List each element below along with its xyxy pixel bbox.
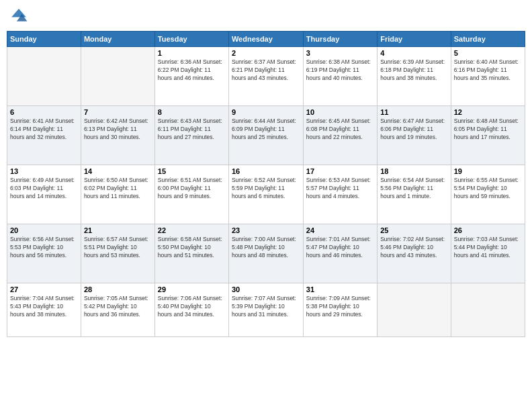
day-info: Sunrise: 6:36 AM Sunset: 6:22 PM Dayligh… [158,58,226,83]
day-number: 6 [10,108,78,116]
day-number: 12 [454,108,522,116]
day-info: Sunrise: 6:55 AM Sunset: 5:54 PM Dayligh… [454,177,522,201]
calendar-cell: 13Sunrise: 6:49 AM Sunset: 6:03 PM Dayli… [7,165,81,224]
header [7,7,525,26]
calendar-week-row: 6Sunrise: 6:41 AM Sunset: 6:14 PM Daylig… [7,106,525,165]
day-info: Sunrise: 6:49 AM Sunset: 6:03 PM Dayligh… [10,177,78,201]
logo [9,7,31,26]
calendar-cell: 22Sunrise: 6:58 AM Sunset: 5:50 PM Dayli… [154,224,228,283]
day-number: 15 [158,167,226,175]
day-info: Sunrise: 7:00 AM Sunset: 5:48 PM Dayligh… [232,236,300,260]
day-number: 30 [232,285,300,293]
day-number: 26 [454,226,522,234]
calendar-header-row: SundayMondayTuesdayWednesdayThursdayFrid… [7,32,525,47]
day-info: Sunrise: 6:38 AM Sunset: 6:19 PM Dayligh… [306,58,374,83]
day-number: 5 [454,49,522,57]
calendar-cell: 25Sunrise: 7:02 AM Sunset: 5:46 PM Dayli… [378,224,451,283]
day-info: Sunrise: 7:05 AM Sunset: 5:42 PM Dayligh… [84,295,152,319]
calendar-cell: 16Sunrise: 6:52 AM Sunset: 5:59 PM Dayli… [228,165,303,224]
calendar-week-row: 27Sunrise: 7:04 AM Sunset: 5:43 PM Dayli… [7,283,525,337]
day-info: Sunrise: 7:09 AM Sunset: 5:38 PM Dayligh… [306,295,374,319]
day-number: 4 [380,49,448,57]
day-number: 20 [10,226,78,234]
day-number: 1 [158,49,226,57]
day-number: 24 [306,226,374,234]
day-number: 29 [158,285,226,293]
day-info: Sunrise: 6:44 AM Sunset: 6:09 PM Dayligh… [232,118,300,142]
calendar-week-row: 1Sunrise: 6:36 AM Sunset: 6:22 PM Daylig… [7,47,525,106]
day-info: Sunrise: 6:58 AM Sunset: 5:50 PM Dayligh… [158,236,226,260]
day-info: Sunrise: 7:06 AM Sunset: 5:40 PM Dayligh… [158,295,226,319]
logo-icon [9,7,28,26]
day-header: Wednesday [228,32,303,47]
calendar-cell: 14Sunrise: 6:50 AM Sunset: 6:02 PM Dayli… [81,165,154,224]
calendar-cell: 1Sunrise: 6:36 AM Sunset: 6:22 PM Daylig… [154,47,228,106]
day-number: 22 [158,226,226,234]
svg-marker-1 [11,9,26,17]
calendar-cell: 27Sunrise: 7:04 AM Sunset: 5:43 PM Dayli… [7,283,81,337]
calendar-cell: 11Sunrise: 6:47 AM Sunset: 6:06 PM Dayli… [378,106,451,165]
calendar-cell: 28Sunrise: 7:05 AM Sunset: 5:42 PM Dayli… [81,283,154,337]
day-info: Sunrise: 6:51 AM Sunset: 6:00 PM Dayligh… [158,177,226,201]
calendar: SundayMondayTuesdayWednesdayThursdayFrid… [7,31,525,337]
calendar-cell: 30Sunrise: 7:07 AM Sunset: 5:39 PM Dayli… [228,283,303,337]
calendar-cell: 26Sunrise: 7:03 AM Sunset: 5:44 PM Dayli… [451,224,525,283]
calendar-cell [7,47,81,106]
calendar-cell: 6Sunrise: 6:41 AM Sunset: 6:14 PM Daylig… [7,106,81,165]
calendar-cell: 8Sunrise: 6:43 AM Sunset: 6:11 PM Daylig… [154,106,228,165]
calendar-cell: 12Sunrise: 6:48 AM Sunset: 6:05 PM Dayli… [451,106,525,165]
calendar-cell: 4Sunrise: 6:39 AM Sunset: 6:18 PM Daylig… [378,47,451,106]
day-info: Sunrise: 6:45 AM Sunset: 6:08 PM Dayligh… [306,118,374,142]
calendar-cell: 18Sunrise: 6:54 AM Sunset: 5:56 PM Dayli… [378,165,451,224]
day-info: Sunrise: 6:47 AM Sunset: 6:06 PM Dayligh… [380,118,448,142]
day-header: Thursday [303,32,377,47]
calendar-cell: 23Sunrise: 7:00 AM Sunset: 5:48 PM Dayli… [228,224,303,283]
day-number: 18 [380,167,448,175]
calendar-cell [378,283,451,337]
day-number: 11 [380,108,448,116]
day-info: Sunrise: 7:03 AM Sunset: 5:44 PM Dayligh… [454,236,522,260]
day-number: 10 [306,108,374,116]
day-number: 27 [10,285,78,293]
calendar-cell [81,47,154,106]
day-header: Saturday [451,32,525,47]
day-info: Sunrise: 6:43 AM Sunset: 6:11 PM Dayligh… [158,118,226,142]
day-info: Sunrise: 6:39 AM Sunset: 6:18 PM Dayligh… [380,58,448,83]
day-info: Sunrise: 6:37 AM Sunset: 6:21 PM Dayligh… [232,58,300,83]
day-info: Sunrise: 6:42 AM Sunset: 6:13 PM Dayligh… [84,118,152,142]
day-info: Sunrise: 6:57 AM Sunset: 5:51 PM Dayligh… [84,236,152,260]
calendar-cell: 21Sunrise: 6:57 AM Sunset: 5:51 PM Dayli… [81,224,154,283]
calendar-cell: 29Sunrise: 7:06 AM Sunset: 5:40 PM Dayli… [154,283,228,337]
calendar-cell: 20Sunrise: 6:56 AM Sunset: 5:53 PM Dayli… [7,224,81,283]
day-info: Sunrise: 7:01 AM Sunset: 5:47 PM Dayligh… [306,236,374,260]
day-number: 2 [232,49,300,57]
calendar-cell: 5Sunrise: 6:40 AM Sunset: 6:16 PM Daylig… [451,47,525,106]
day-info: Sunrise: 6:53 AM Sunset: 5:57 PM Dayligh… [306,177,374,201]
day-number: 19 [454,167,522,175]
day-info: Sunrise: 6:54 AM Sunset: 5:56 PM Dayligh… [380,177,448,201]
day-header: Tuesday [154,32,228,47]
calendar-cell: 31Sunrise: 7:09 AM Sunset: 5:38 PM Dayli… [303,283,377,337]
page: SundayMondayTuesdayWednesdayThursdayFrid… [0,0,532,411]
day-header: Friday [378,32,451,47]
day-number: 23 [232,226,300,234]
day-info: Sunrise: 6:40 AM Sunset: 6:16 PM Dayligh… [454,58,522,83]
day-header: Monday [81,32,154,47]
day-info: Sunrise: 6:56 AM Sunset: 5:53 PM Dayligh… [10,236,78,260]
calendar-cell: 2Sunrise: 6:37 AM Sunset: 6:21 PM Daylig… [228,47,303,106]
day-info: Sunrise: 7:07 AM Sunset: 5:39 PM Dayligh… [232,295,300,319]
calendar-week-row: 13Sunrise: 6:49 AM Sunset: 6:03 PM Dayli… [7,165,525,224]
day-number: 3 [306,49,374,57]
day-info: Sunrise: 7:02 AM Sunset: 5:46 PM Dayligh… [380,236,448,260]
day-number: 13 [10,167,78,175]
calendar-cell: 10Sunrise: 6:45 AM Sunset: 6:08 PM Dayli… [303,106,377,165]
calendar-cell [451,283,525,337]
calendar-cell: 19Sunrise: 6:55 AM Sunset: 5:54 PM Dayli… [451,165,525,224]
day-info: Sunrise: 6:48 AM Sunset: 6:05 PM Dayligh… [454,118,522,142]
day-info: Sunrise: 6:52 AM Sunset: 5:59 PM Dayligh… [232,177,300,201]
day-number: 9 [232,108,300,116]
day-info: Sunrise: 6:50 AM Sunset: 6:02 PM Dayligh… [84,177,152,201]
day-number: 25 [380,226,448,234]
day-number: 28 [84,285,152,293]
day-number: 7 [84,108,152,116]
